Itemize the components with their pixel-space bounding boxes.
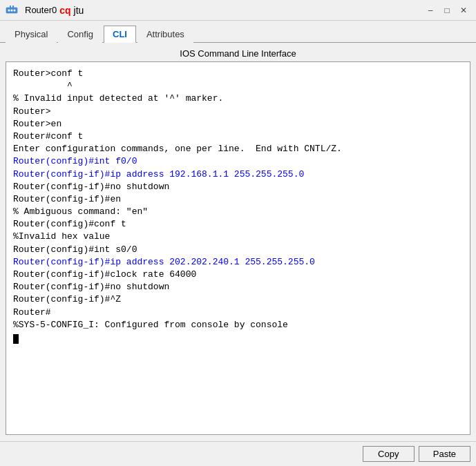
svg-rect-4	[10, 6, 11, 8]
terminal-line: Router(config-if)#en	[13, 193, 463, 206]
terminal-line: Router#conf t	[13, 130, 463, 143]
terminal-output[interactable]: Router>conf t ^% Invalid input detected …	[6, 62, 470, 434]
terminal-line: ^	[13, 80, 463, 93]
tab-attributes[interactable]: Attributes	[137, 26, 193, 43]
tab-config[interactable]: Config	[58, 26, 102, 43]
tab-physical[interactable]: Physical	[6, 26, 57, 43]
terminal-line: Router#	[13, 307, 463, 319]
router-icon	[6, 4, 18, 17]
title-bar: Router0 cqjtu – □ ✕	[0, 0, 476, 21]
terminal-line: Router(config-if)#no shutdown	[13, 281, 463, 293]
terminal-line: Router>conf t	[13, 68, 463, 80]
terminal-line: Router(config-if)#^Z	[13, 293, 463, 306]
copy-button[interactable]: Copy	[363, 446, 415, 462]
terminal-line: Router(config)#int f0/0	[13, 155, 463, 168]
terminal-line: Router(config-if)#clock rate 64000	[13, 269, 463, 281]
main-content: IOS Command Line Interface Router>conf t…	[0, 43, 476, 441]
title-jtu: jtu	[74, 5, 84, 16]
title-cq: cq	[59, 5, 70, 16]
terminal-line: %SYS-5-CONFIG_I: Configured from console…	[13, 319, 463, 331]
cursor-blink	[13, 334, 19, 344]
section-title: IOS Command Line Interface	[6, 48, 470, 59]
app-name: Router0	[25, 5, 57, 15]
restore-button[interactable]: □	[440, 3, 454, 17]
terminal-line: Router(config)#int s0/0	[13, 244, 463, 256]
terminal-line: Router(config-if)#ip address 202.202.240…	[13, 256, 463, 269]
terminal-line: % Ambiguous command: "en"	[13, 206, 463, 218]
terminal-line: %Invalid hex value	[13, 231, 463, 243]
terminal-wrapper: Router>conf t ^% Invalid input detected …	[6, 61, 470, 435]
paste-button[interactable]: Paste	[419, 446, 470, 462]
svg-rect-5	[12, 6, 14, 8]
svg-point-2	[11, 9, 13, 11]
svg-point-3	[14, 9, 16, 11]
close-button[interactable]: ✕	[457, 3, 470, 17]
terminal-line: % Invalid input detected at '^' marker.	[13, 93, 463, 105]
tab-bar: Physical Config CLI Attributes	[0, 21, 476, 43]
tab-cli[interactable]: CLI	[104, 26, 136, 43]
terminal-line: Router(config)#conf t	[13, 218, 463, 231]
bottom-bar: Copy Paste	[0, 441, 476, 466]
svg-point-1	[8, 9, 10, 11]
terminal-line: Router>en	[13, 118, 463, 130]
terminal-line: Router(config-if)#ip address 192.168.1.1…	[13, 168, 463, 181]
minimize-button[interactable]: –	[423, 3, 437, 17]
terminal-line: Router>	[13, 106, 463, 118]
terminal-cursor-line	[13, 331, 463, 344]
terminal-line: Enter configuration commands, one per li…	[13, 143, 463, 155]
terminal-line: Router(config-if)#no shutdown	[13, 181, 463, 193]
